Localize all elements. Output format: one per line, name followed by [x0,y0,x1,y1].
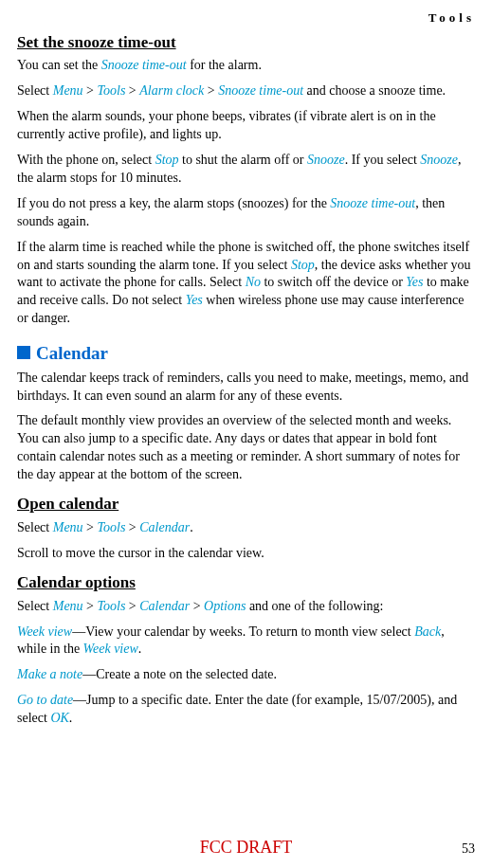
menu-path-item: Week view [83,642,138,656]
paragraph: Week view—View your calendar by weeks. T… [17,624,475,660]
text: > [204,83,218,98]
text: If you do not press a key, the alarm sto… [17,196,330,210]
paragraph: Select Menu > Tools > Calendar > Options… [17,598,475,616]
page-number: 53 [462,841,475,859]
text: to shut the alarm off or [179,153,307,167]
text: and one of the following: [246,599,383,613]
paragraph: With the phone on, select Stop to shut t… [17,152,475,188]
menu-path-item: Menu [53,520,83,534]
paragraph: When the alarm sounds, your phone beeps,… [17,108,475,144]
menu-path-item: Alarm clock [139,83,204,98]
text: > [125,599,139,613]
paragraph: You can set the Snooze time-out for the … [17,57,475,75]
text: for the alarm. [187,58,262,72]
text: —Jump to a specific date. Enter the date… [17,693,457,725]
menu-path-item: Calendar [139,599,190,613]
menu-path-item: Back [414,624,441,639]
footer: FCC DRAFT 53 [0,836,492,859]
text: Select [17,599,53,613]
menu-path-item: Menu [53,83,83,98]
heading-open-calendar: Open calendar [17,494,475,515]
section-heading-calendar: Calendar [17,341,475,366]
menu-path-item: No [246,275,261,289]
text: > [83,599,98,613]
paragraph: If the alarm time is reached while the p… [17,239,475,328]
menu-path-item: Menu [53,599,83,613]
menu-path-item: Yes [186,293,203,307]
paragraph: If you do not press a key, the alarm sto… [17,195,475,231]
text: . If you select [345,153,421,167]
paragraph: Select Menu > Tools > Calendar. [17,519,475,537]
text: > [83,83,98,98]
text: Select [17,83,53,98]
footer-draft-label: FCC DRAFT [200,838,293,857]
menu-path-item: Tools [98,599,126,613]
text: —Create a note on the selected date. [82,667,277,681]
menu-path-item: Yes [406,275,423,289]
menu-path-item: Snooze time-out [330,196,415,210]
heading-snooze-timeout: Set the snooze time-out [17,32,475,54]
option-name: Week view [17,624,72,639]
text: > [125,520,139,534]
text: > [125,83,139,98]
text: You can set the [17,58,101,72]
paragraph: The default monthly view provides an ove… [17,412,475,484]
menu-path-item: Stop [155,153,179,167]
header-section: Tools [17,9,475,27]
menu-path-item: Tools [98,83,126,98]
square-bullet-icon [17,346,30,359]
text: and choose a snooze time. [303,83,446,98]
menu-path-item: Snooze time-out [218,83,303,98]
paragraph: Go to date—Jump to a specific date. Ente… [17,692,475,728]
option-name: Make a note [17,667,82,681]
text: > [190,599,204,613]
menu-path-item: Options [204,599,246,613]
text: . [190,520,193,534]
paragraph: Make a note—Create a note on the selecte… [17,666,475,684]
text: . [138,642,142,656]
option-name: Go to date [17,693,73,707]
paragraph: The calendar keeps track of reminders, c… [17,370,475,406]
menu-path-item: OK [50,711,68,725]
text: to switch off the device or [261,275,406,289]
text: Select [17,520,53,534]
text: —View your calendar by weeks. To return … [72,624,414,639]
menu-path-item: Tools [98,520,126,534]
menu-path-item: Snooze [307,153,345,167]
text: With the phone on, select [17,153,155,167]
menu-path-item: Stop [291,258,315,272]
menu-path-item: Snooze time-out [101,58,187,72]
menu-path-item: Calendar [139,520,190,534]
text: . [69,711,73,725]
section-title: Calendar [36,343,108,363]
menu-path-item: Snooze [420,153,458,167]
text: > [83,520,98,534]
paragraph: Scroll to move the cursor in the calenda… [17,545,475,563]
heading-calendar-options: Calendar options [17,572,475,594]
paragraph: Select Menu > Tools > Alarm clock > Snoo… [17,82,475,100]
